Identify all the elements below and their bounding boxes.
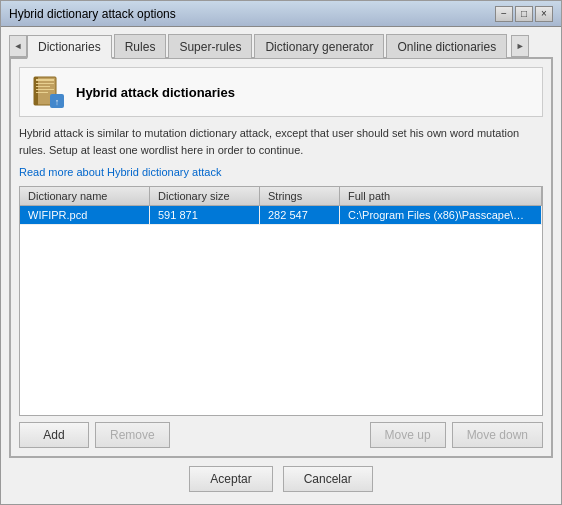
description-text: Hybrid attack is similar to mutation dic…	[19, 125, 543, 158]
read-more-link[interactable]: Read more about Hybrid dictionary attack	[19, 166, 543, 178]
svg-rect-2	[36, 79, 54, 81]
move-down-button[interactable]: Move down	[452, 422, 543, 448]
table-row[interactable]: WIFIPR.pcd 591 871 282 547 C:\Program Fi…	[20, 206, 542, 225]
btn-group-right: Move up Move down	[370, 422, 543, 448]
table-header: Dictionary name Dictionary size Strings …	[20, 187, 542, 206]
window-body: ◄ Dictionaries Rules Super-rules Diction…	[1, 27, 561, 504]
main-window: Hybrid dictionary attack options − □ × ◄…	[0, 0, 562, 505]
svg-rect-6	[36, 92, 48, 93]
maximize-button[interactable]: □	[515, 6, 533, 22]
svg-rect-1	[34, 77, 38, 105]
col-header-path: Full path	[340, 187, 542, 205]
svg-rect-3	[36, 83, 54, 84]
tab-rules[interactable]: Rules	[114, 34, 167, 58]
tab-nav-prev[interactable]: ◄	[9, 35, 27, 57]
accept-button[interactable]: Aceptar	[189, 466, 272, 492]
cell-strings: 282 547	[260, 206, 340, 224]
table-body: WIFIPR.pcd 591 871 282 547 C:\Program Fi…	[20, 206, 542, 415]
header-box: ↑ Hybrid attack dictionaries	[19, 67, 543, 117]
move-up-button[interactable]: Move up	[370, 422, 446, 448]
bottom-buttons: Add Remove Move up Move down	[19, 422, 543, 448]
window-title: Hybrid dictionary attack options	[9, 7, 176, 21]
tab-super-rules[interactable]: Super-rules	[168, 34, 252, 58]
add-button[interactable]: Add	[19, 422, 89, 448]
svg-rect-4	[36, 86, 50, 87]
tabs-container: ◄ Dictionaries Rules Super-rules Diction…	[9, 33, 553, 59]
col-header-size: Dictionary size	[150, 187, 260, 205]
svg-text:↑: ↑	[55, 97, 60, 107]
title-controls: − □ ×	[495, 6, 553, 22]
svg-rect-5	[36, 89, 54, 90]
cell-size: 591 871	[150, 206, 260, 224]
col-header-name: Dictionary name	[20, 187, 150, 205]
col-header-strings: Strings	[260, 187, 340, 205]
remove-button[interactable]: Remove	[95, 422, 170, 448]
minimize-button[interactable]: −	[495, 6, 513, 22]
cancel-button[interactable]: Cancelar	[283, 466, 373, 492]
cell-path: C:\Program Files (x86)\Passcape\WI...	[340, 206, 542, 224]
content-area: ↑ Hybrid attack dictionaries Hybrid atta…	[9, 59, 553, 458]
close-button[interactable]: ×	[535, 6, 553, 22]
btn-group-left: Add Remove	[19, 422, 170, 448]
dictionary-table: Dictionary name Dictionary size Strings …	[19, 186, 543, 416]
tab-dictionary-generator[interactable]: Dictionary generator	[254, 34, 384, 58]
tab-nav-next[interactable]: ►	[511, 35, 529, 57]
tab-online-dictionaries[interactable]: Online dictionaries	[386, 34, 507, 58]
dictionary-icon: ↑	[30, 74, 66, 110]
footer-buttons: Aceptar Cancelar	[9, 458, 553, 496]
title-bar: Hybrid dictionary attack options − □ ×	[1, 1, 561, 27]
tab-dictionaries[interactable]: Dictionaries	[27, 35, 112, 59]
header-title: Hybrid attack dictionaries	[76, 85, 235, 100]
cell-name: WIFIPR.pcd	[20, 206, 150, 224]
